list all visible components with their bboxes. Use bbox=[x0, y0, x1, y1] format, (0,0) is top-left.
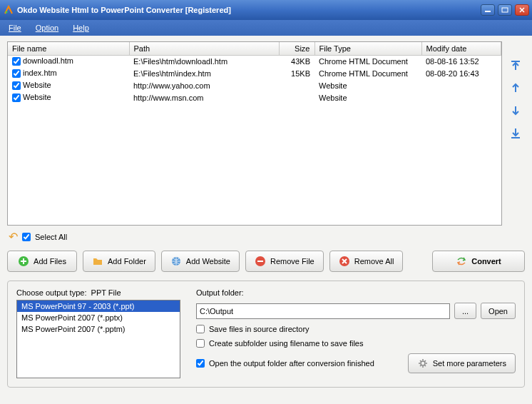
open-after-checkbox[interactable] bbox=[196, 359, 205, 368]
select-all-checkbox[interactable] bbox=[22, 233, 31, 241]
row-checkbox[interactable] bbox=[12, 69, 21, 78]
menu-file[interactable]: File bbox=[4, 22, 26, 34]
output-folder-input[interactable] bbox=[196, 303, 450, 319]
move-bottom-button[interactable] bbox=[508, 126, 523, 141]
row-type: Chrome HTML Document bbox=[314, 55, 421, 67]
svg-point-0 bbox=[6, 11, 8, 14]
row-type: Website bbox=[314, 91, 421, 103]
move-top-button[interactable] bbox=[508, 57, 523, 73]
row-size bbox=[279, 79, 314, 91]
window-title: Okdo Website Html to PowerPoint Converte… bbox=[17, 6, 481, 14]
row-name: downloadl.htm bbox=[23, 56, 73, 65]
save-source-label: Save files in source directory bbox=[209, 325, 310, 333]
file-table[interactable]: File name Path Size File Type Modify dat… bbox=[7, 41, 502, 226]
minus-icon bbox=[255, 256, 266, 267]
row-size: 43KB bbox=[279, 55, 314, 67]
row-name: Website bbox=[23, 93, 51, 101]
header-filename[interactable]: File name bbox=[8, 42, 129, 55]
row-type: Website bbox=[314, 79, 421, 91]
table-row[interactable]: Websitehttp://www.msn.comWebsite bbox=[8, 91, 501, 103]
add-folder-button[interactable]: Add Folder bbox=[83, 251, 155, 272]
output-type-label: Choose output type: PPT File bbox=[16, 288, 182, 297]
row-size: 15KB bbox=[279, 67, 314, 79]
header-path[interactable]: Path bbox=[129, 42, 279, 55]
svg-rect-2 bbox=[502, 8, 508, 12]
header-date[interactable]: Modify date bbox=[421, 42, 501, 55]
folder-icon bbox=[92, 256, 103, 267]
table-row[interactable]: index.htmE:\Files\htm\index.htm15KBChrom… bbox=[8, 67, 501, 79]
convert-button[interactable]: Convert bbox=[432, 251, 525, 272]
output-type-list[interactable]: MS PowerPoint 97 - 2003 (*.ppt)MS PowerP… bbox=[16, 300, 180, 378]
plus-icon bbox=[18, 256, 29, 267]
subfolder-checkbox[interactable] bbox=[196, 339, 205, 348]
row-path: http://www.yahoo.com bbox=[129, 79, 279, 91]
table-row[interactable]: downloadl.htmE:\Files\htm\downloadl.htm4… bbox=[8, 55, 501, 67]
output-type-option[interactable]: MS PowerPoint 97 - 2003 (*.ppt) bbox=[17, 301, 180, 312]
titlebar: Okdo Website Html to PowerPoint Converte… bbox=[0, 0, 532, 20]
save-source-checkbox[interactable] bbox=[196, 325, 205, 333]
table-row[interactable]: Websitehttp://www.yahoo.comWebsite bbox=[8, 79, 501, 91]
add-website-button[interactable]: Add Website bbox=[161, 251, 240, 272]
row-name: Website bbox=[23, 81, 51, 89]
row-checkbox[interactable] bbox=[12, 94, 21, 102]
menu-option[interactable]: Option bbox=[31, 22, 63, 34]
add-files-button[interactable]: Add Files bbox=[7, 251, 77, 272]
row-path: E:\Files\htm\index.htm bbox=[129, 67, 279, 79]
app-icon bbox=[3, 4, 14, 16]
row-date: 08-08-16 13:52 bbox=[421, 55, 501, 67]
move-up-button[interactable] bbox=[508, 80, 523, 96]
subfolder-label: Create subfolder using filename to save … bbox=[209, 339, 363, 348]
open-folder-button[interactable]: Open bbox=[481, 303, 516, 319]
menubar: File Option Help bbox=[0, 20, 532, 36]
minimize-button[interactable] bbox=[481, 4, 495, 16]
menu-help[interactable]: Help bbox=[68, 22, 93, 34]
row-date bbox=[421, 91, 501, 103]
more-params-button[interactable]: Set more parameters bbox=[408, 353, 516, 373]
browse-button[interactable]: ... bbox=[454, 303, 476, 319]
convert-icon bbox=[456, 256, 467, 267]
row-path: http://www.msn.com bbox=[129, 91, 279, 103]
maximize-button[interactable] bbox=[498, 4, 512, 16]
globe-icon bbox=[170, 256, 182, 267]
header-type[interactable]: File Type bbox=[314, 42, 421, 55]
up-folder-icon[interactable]: ↶ bbox=[9, 230, 18, 243]
output-type-option[interactable]: MS PowerPoint 2007 (*.pptm) bbox=[17, 323, 180, 335]
row-checkbox[interactable] bbox=[12, 81, 21, 90]
remove-file-button[interactable]: Remove File bbox=[245, 251, 324, 272]
row-size bbox=[279, 91, 314, 103]
row-path: E:\Files\htm\downloadl.htm bbox=[129, 55, 279, 67]
row-date bbox=[421, 79, 501, 91]
move-down-button[interactable] bbox=[508, 103, 523, 118]
output-folder-label: Output folder: bbox=[196, 288, 516, 297]
row-type: Chrome HTML Document bbox=[314, 67, 421, 79]
gear-icon bbox=[417, 358, 429, 369]
x-icon bbox=[339, 256, 350, 267]
header-size[interactable]: Size bbox=[279, 42, 314, 55]
output-type-option[interactable]: MS PowerPoint 2007 (*.pptx) bbox=[17, 312, 180, 323]
open-after-label: Open the output folder after conversion … bbox=[209, 359, 374, 368]
row-name: index.htm bbox=[23, 69, 57, 77]
remove-all-button[interactable]: Remove All bbox=[329, 251, 404, 272]
row-date: 08-08-20 16:43 bbox=[421, 67, 501, 79]
svg-point-7 bbox=[421, 361, 425, 365]
select-all-label: Select All bbox=[35, 233, 67, 241]
close-button[interactable] bbox=[515, 4, 529, 16]
row-checkbox[interactable] bbox=[12, 57, 21, 66]
